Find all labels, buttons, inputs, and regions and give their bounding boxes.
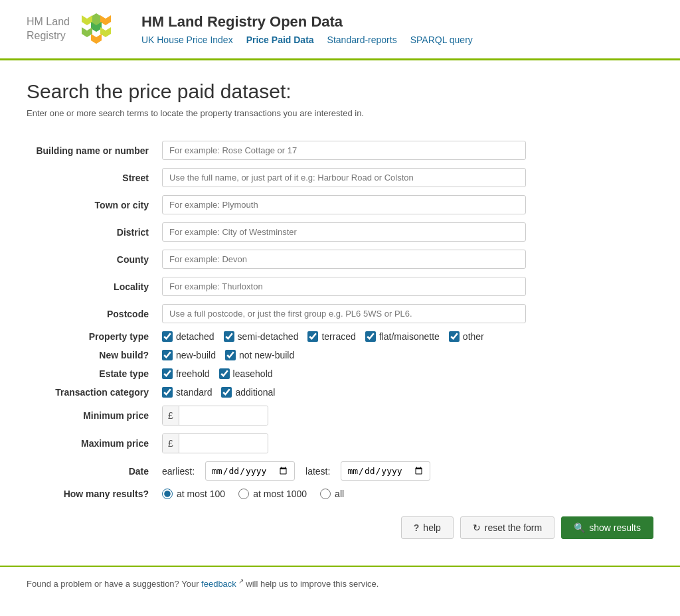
footer-feedback-link[interactable]: feedback xyxy=(201,579,236,589)
checkbox-detached-input[interactable] xyxy=(162,331,173,342)
radio-at-most-1000[interactable]: at most 1000 xyxy=(238,489,307,499)
max-price-input[interactable] xyxy=(179,434,268,453)
locality-label: Locality xyxy=(27,273,159,300)
footer-text-after: will help us to improve this service. xyxy=(244,579,379,589)
svg-marker-4 xyxy=(82,27,92,37)
radio-at-most-100[interactable]: at most 100 xyxy=(162,489,225,499)
checkbox-freehold-label: freehold xyxy=(176,368,210,379)
street-label: Street xyxy=(27,164,159,191)
radio-all[interactable]: all xyxy=(320,489,344,499)
results-row: How many results? at most 100 at most 10… xyxy=(27,485,653,503)
date-inputs: earliest: latest: xyxy=(162,461,651,481)
logo-area: HM Land Registry xyxy=(27,11,115,48)
header-right: HM Land Registry Open Data UK House Pric… xyxy=(141,13,653,45)
checkbox-terraced[interactable]: terraced xyxy=(307,331,355,342)
checkbox-freehold-input[interactable] xyxy=(162,368,173,379)
town-row: Town or city xyxy=(27,191,653,218)
radio-1000-label: at most 1000 xyxy=(253,489,307,499)
date-earliest-label: earliest: xyxy=(162,466,195,477)
checkbox-not-new-build-input[interactable] xyxy=(225,350,236,360)
date-latest-input[interactable] xyxy=(341,461,430,481)
site-title: HM Land Registry Open Data xyxy=(141,13,653,31)
checkbox-standard[interactable]: standard xyxy=(162,387,212,398)
checkbox-other-input[interactable] xyxy=(449,331,460,342)
submit-button[interactable]: 🔍 show results xyxy=(561,516,653,539)
checkbox-leasehold[interactable]: leasehold xyxy=(219,368,273,379)
property-type-row: Property type detached semi-detached xyxy=(27,327,653,346)
transaction-category-group: standard additional xyxy=(162,387,651,398)
help-button-label: help xyxy=(423,522,440,533)
checkbox-freehold[interactable]: freehold xyxy=(162,368,210,379)
radio-100-label: at most 100 xyxy=(177,489,225,499)
max-price-wrap: £ xyxy=(162,433,268,453)
main-content: Search the price paid dataset: Enter one… xyxy=(0,60,680,552)
checkbox-leasehold-label: leasehold xyxy=(233,368,273,379)
checkbox-terraced-input[interactable] xyxy=(307,331,318,342)
svg-marker-1 xyxy=(82,15,92,25)
checkbox-additional[interactable]: additional xyxy=(221,387,275,398)
refresh-icon: ↻ xyxy=(473,522,481,533)
checkbox-new-build[interactable]: new-build xyxy=(162,350,216,360)
checkbox-other[interactable]: other xyxy=(449,331,484,342)
district-input[interactable] xyxy=(162,222,526,242)
nav-price-paid-data[interactable]: Price Paid Data xyxy=(246,35,314,45)
min-price-row: Minimum price £ xyxy=(27,402,653,429)
property-type-label: Property type xyxy=(27,327,159,346)
property-type-group: detached semi-detached terraced xyxy=(162,331,651,342)
svg-marker-2 xyxy=(100,15,111,25)
checkbox-semi-detached-input[interactable] xyxy=(224,331,234,342)
postcode-input[interactable] xyxy=(162,304,526,323)
street-input[interactable] xyxy=(162,168,526,187)
new-build-label: New build? xyxy=(27,346,159,364)
town-label: Town or city xyxy=(27,191,159,218)
ext-link-icon: ↗ xyxy=(236,578,244,585)
footer: Found a problem or have a suggestion? Yo… xyxy=(0,566,680,599)
checkbox-semi-detached[interactable]: semi-detached xyxy=(224,331,299,342)
help-button[interactable]: ? help xyxy=(401,516,454,539)
postcode-row: Postcode xyxy=(27,300,653,327)
nav-sparql-query[interactable]: SPARQL query xyxy=(410,35,473,45)
hm-land-registry-logo xyxy=(78,11,115,48)
new-build-row: New build? new-build not new-build xyxy=(27,346,653,364)
nav-uk-house-price-index[interactable]: UK House Price Index xyxy=(141,35,233,45)
nav-standard-reports[interactable]: Standard-reports xyxy=(327,35,397,45)
checkbox-not-new-build[interactable]: not new-build xyxy=(225,350,294,360)
radio-all-input[interactable] xyxy=(320,489,331,499)
date-earliest-input[interactable] xyxy=(205,461,295,481)
checkbox-terraced-label: terraced xyxy=(321,331,355,342)
estate-type-row: Estate type freehold leasehold xyxy=(27,364,653,383)
checkbox-flat-maisonette[interactable]: flat/maisonette xyxy=(365,331,440,342)
checkbox-flat-maisonette-label: flat/maisonette xyxy=(379,331,440,342)
locality-input[interactable] xyxy=(162,277,526,296)
submit-button-label: show results xyxy=(589,522,641,533)
new-build-group: new-build not new-build xyxy=(162,350,651,360)
checkbox-additional-input[interactable] xyxy=(221,387,232,398)
building-input[interactable] xyxy=(162,141,526,160)
district-label: District xyxy=(27,218,159,246)
min-price-label: Minimum price xyxy=(27,402,159,429)
checkbox-flat-maisonette-input[interactable] xyxy=(365,331,376,342)
checkbox-standard-label: standard xyxy=(176,387,212,398)
town-input[interactable] xyxy=(162,195,526,214)
checkbox-detached[interactable]: detached xyxy=(162,331,214,342)
footer-text-before: Found a problem or have a suggestion? Yo… xyxy=(27,579,201,589)
date-label: Date xyxy=(27,457,159,485)
results-radio-group: at most 100 at most 1000 all xyxy=(162,489,651,499)
min-price-input[interactable] xyxy=(179,406,268,425)
reset-button[interactable]: ↻ reset the form xyxy=(460,516,554,539)
county-input[interactable] xyxy=(162,250,526,269)
district-row: District xyxy=(27,218,653,246)
radio-1000-input[interactable] xyxy=(238,489,249,499)
question-icon: ? xyxy=(414,522,420,533)
page-subtitle: Enter one or more search terms to locate… xyxy=(27,108,653,118)
checkbox-leasehold-input[interactable] xyxy=(219,368,230,379)
radio-100-input[interactable] xyxy=(162,489,173,499)
logo-text: HM Land Registry xyxy=(27,15,70,43)
checkbox-new-build-label: new-build xyxy=(176,350,216,360)
svg-marker-6 xyxy=(91,34,102,44)
max-price-prefix: £ xyxy=(163,434,179,453)
search-form: Building name or number Street Town or c… xyxy=(27,137,653,539)
checkbox-standard-input[interactable] xyxy=(162,387,173,398)
checkbox-new-build-input[interactable] xyxy=(162,350,173,360)
postcode-label: Postcode xyxy=(27,300,159,327)
